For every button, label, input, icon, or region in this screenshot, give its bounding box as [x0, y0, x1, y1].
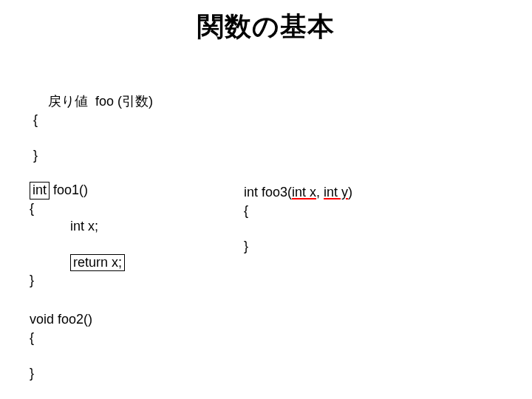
foo1-block: int foo1() { int x; return x; }: [30, 163, 125, 307]
foo2-sig: void foo2(): [30, 312, 92, 327]
foo2-brace-open: {: [30, 330, 34, 345]
slide-title: 関数の基本: [0, 9, 532, 45]
foo1-return-stmt-boxed: return x;: [70, 254, 125, 272]
foo2-brace-close: }: [30, 366, 34, 381]
foo1-decl: int x;: [70, 219, 98, 233]
foo1-return-type-boxed: int: [30, 182, 50, 200]
template-brace-open: {: [33, 112, 38, 127]
foo1-return-indent: [30, 255, 70, 270]
slide-content: 戻り値 foo (引数) { } int foo1() { int x; ret…: [0, 45, 532, 392]
foo1-sig-rest: foo1(): [50, 183, 88, 197]
foo3-args-close: ): [348, 185, 352, 200]
foo3-block: int foo3(int x, int y) { }: [244, 166, 352, 273]
foo1-brace-close: }: [30, 273, 34, 287]
foo3-arg2-highlighted: int y: [324, 185, 348, 200]
template-sig-rest: foo (引数): [88, 94, 153, 109]
template-brace-close: }: [33, 148, 38, 163]
foo3-args-sep: ,: [316, 185, 324, 200]
foo1-decl-indent: [30, 219, 70, 233]
foo1-brace-open: {: [30, 201, 34, 216]
foo3-arg1-highlighted: int x: [292, 185, 316, 200]
foo2-block: void foo2() { }: [30, 293, 92, 399]
foo3-brace-open: {: [244, 203, 248, 218]
foo3-sig-pre: int foo3: [244, 185, 287, 200]
foo3-brace-close: }: [244, 239, 248, 253]
template-return-label: 戻り値: [48, 94, 88, 109]
